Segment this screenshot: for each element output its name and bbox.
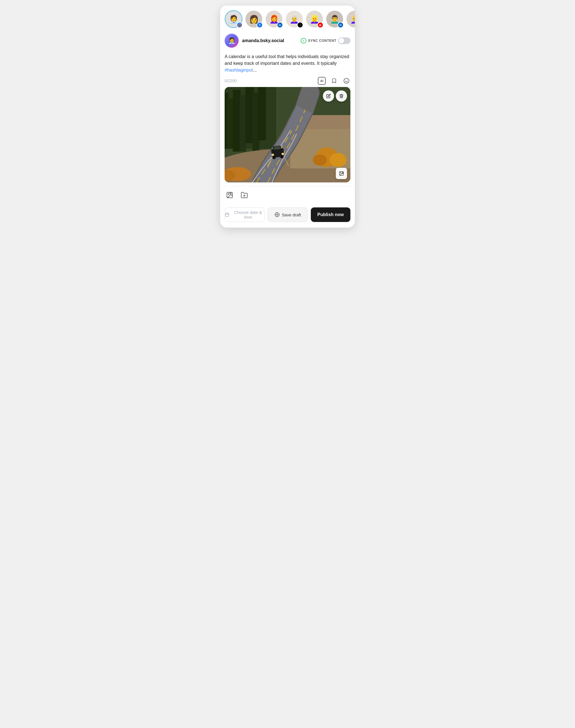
avatar-item[interactable]: 👩‍🦰 in: [265, 10, 283, 28]
avatar-item[interactable]: 👨‍🦱 in: [326, 10, 344, 28]
avatar-face: 👩‍🦲: [350, 14, 355, 24]
account-name: amanda.bsky.social: [242, 38, 284, 43]
add-folder-icon[interactable]: [239, 190, 249, 200]
avatar-face: 👨‍🦱: [330, 14, 340, 24]
svg-rect-8: [240, 96, 246, 151]
hashtag[interactable]: #hashtaginput: [225, 68, 253, 72]
media-toolbar: [220, 186, 355, 204]
badge-facebook: f: [257, 22, 263, 28]
save-draft-label: Save draft: [282, 212, 301, 217]
app-container: 🧑‍💼 🦋 👩 f 👩‍🦰 in 👩‍🦳 ♪: [220, 6, 355, 228]
svg-point-16: [330, 153, 346, 167]
toolbar-row: 0/2200 AI: [220, 75, 355, 87]
calendar-icon: [225, 212, 229, 217]
badge-youtube: ▶: [317, 22, 324, 28]
date-time-picker[interactable]: Choose date & time: [225, 207, 265, 222]
post-text[interactable]: A calendar is a useful tool that helps i…: [225, 53, 350, 73]
butterfly-icon: 🦋: [238, 24, 241, 27]
svg-point-17: [313, 154, 327, 166]
sync-label: SYNC CONTENT: [308, 39, 336, 43]
post-image: [225, 87, 350, 182]
post-text-content: A calendar is a useful tool that helps i…: [225, 54, 349, 66]
bookmark-icon[interactable]: [330, 77, 338, 85]
account-left: 🧑‍💼 amanda.bsky.social: [225, 34, 284, 48]
svg-rect-11: [258, 87, 266, 140]
sync-info-icon[interactable]: i: [301, 38, 306, 43]
avatar-face: 👩‍🦳: [290, 14, 299, 24]
avatar-item[interactable]: 👩‍🦳 ♪: [285, 10, 303, 28]
ai-button[interactable]: AI: [318, 77, 326, 85]
svg-rect-22: [274, 146, 280, 149]
avatar-face: 🧑‍💼: [229, 14, 239, 24]
post-content-area[interactable]: A calendar is a useful tool that helps i…: [220, 51, 355, 75]
badge-linkedin: in: [277, 22, 283, 28]
badge-tiktok: ♪: [297, 22, 303, 28]
avatar-face: 👩‍🦰: [269, 14, 279, 24]
image-container: [225, 87, 350, 182]
avatar-row: 🧑‍💼 🦋 👩 f 👩‍🦰 in 👩‍🦳 ♪: [220, 6, 355, 31]
sync-toggle[interactable]: [338, 37, 350, 44]
avatar-item[interactable]: 👩‍🦲 f: [346, 10, 355, 28]
avatar-item[interactable]: 👱‍♀️ ▶: [305, 10, 324, 28]
badge-linkedin: in: [337, 22, 344, 28]
avatar-face: 👩: [249, 14, 259, 24]
svg-point-28: [340, 172, 341, 173]
sync-row: i SYNC CONTENT: [301, 37, 350, 44]
save-icon: [275, 212, 280, 217]
avatar-item[interactable]: 👩 f: [245, 10, 263, 28]
toggle-knob: [339, 38, 344, 43]
road-scene-svg: [225, 87, 350, 182]
svg-point-42: [276, 214, 278, 215]
action-row: Choose date & time Save draft Publish no…: [220, 204, 355, 228]
edit-image-button[interactable]: [323, 90, 334, 102]
toolbar-icons: AI: [318, 77, 350, 85]
post-ellipsis: ...: [253, 68, 257, 72]
add-image-icon[interactable]: [225, 190, 235, 200]
publish-now-button[interactable]: Publish now: [311, 207, 350, 222]
delete-image-button[interactable]: [336, 90, 347, 102]
save-draft-button[interactable]: Save draft: [268, 207, 308, 222]
svg-rect-37: [226, 213, 229, 217]
account-avatar[interactable]: 🧑‍💼: [225, 34, 239, 48]
add-image-button[interactable]: [336, 168, 347, 179]
svg-rect-7: [233, 90, 241, 151]
publish-label: Publish now: [317, 212, 344, 217]
account-row: 🧑‍💼 amanda.bsky.social i SYNC CONTENT: [220, 31, 355, 51]
account-avatar-emoji: 🧑‍💼: [228, 37, 236, 44]
char-count: 0/2200: [225, 78, 237, 83]
svg-point-32: [228, 194, 229, 195]
svg-point-0: [344, 78, 349, 83]
avatar-face: 👱‍♀️: [310, 14, 319, 24]
avatar-circle: 👩‍🦲: [346, 10, 355, 28]
date-placeholder: Choose date & time: [232, 210, 265, 219]
avatar-item[interactable]: 🧑‍💼 🦋: [225, 10, 243, 28]
emoji-icon[interactable]: [342, 77, 350, 85]
badge-butterfly: 🦋: [236, 22, 243, 28]
